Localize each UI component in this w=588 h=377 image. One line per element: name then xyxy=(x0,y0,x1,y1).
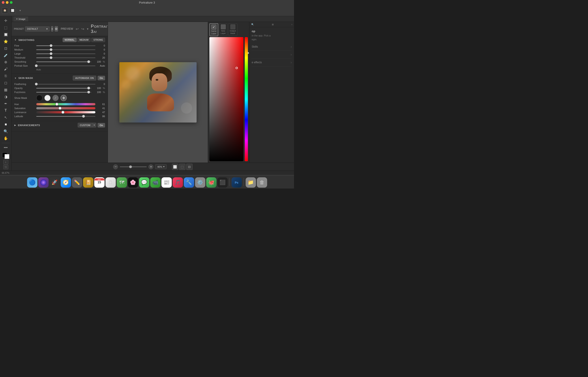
preset-dropdown[interactable]: DEFAULT ▾ xyxy=(25,26,50,32)
color-swatches[interactable] xyxy=(2,152,10,159)
maximize-button[interactable] xyxy=(10,1,13,4)
tool-dodge[interactable]: ◑ xyxy=(2,94,9,100)
dock-appstore[interactable]: 🔧 xyxy=(184,177,194,188)
dock-news[interactable]: 📰 xyxy=(162,177,172,188)
color-gradient-square[interactable] xyxy=(209,37,243,161)
tool-eyedropper[interactable]: 💉 xyxy=(2,52,9,59)
mask-black-icon[interactable] xyxy=(36,95,43,101)
hue-strip[interactable] xyxy=(245,37,248,161)
output-mask-option[interactable]: OutputMask xyxy=(228,23,237,36)
undo-button[interactable]: ↩ xyxy=(75,26,80,32)
skin-mask-on-button[interactable]: On xyxy=(98,76,105,80)
dock-rocket[interactable]: 🚀 xyxy=(50,177,60,188)
dock-photos[interactable]: 🌸 xyxy=(128,177,138,188)
tool-magic-wand[interactable]: ⭐ xyxy=(2,38,9,45)
tool-brush[interactable]: 🖌 xyxy=(2,66,9,72)
tool-text[interactable]: T xyxy=(2,107,9,114)
mask-white-icon[interactable] xyxy=(44,95,50,101)
preview-dropdown[interactable]: ▾ xyxy=(86,27,89,31)
tool-gradient[interactable]: ▦ xyxy=(2,86,9,93)
dock-trash[interactable]: 🗑 xyxy=(257,177,267,188)
tool-more[interactable]: ••• xyxy=(2,144,9,151)
dock-reminders[interactable]: 🗒 xyxy=(105,177,116,188)
dock-facetime[interactable]: 📹 xyxy=(150,177,161,188)
quick-mask-mode[interactable]: ○ xyxy=(3,160,8,164)
tool-eraser[interactable]: ◻ xyxy=(2,80,9,86)
medium-slider[interactable] xyxy=(36,49,95,50)
dock-music[interactable]: 🎵 xyxy=(173,177,183,188)
redo-button[interactable]: ↪ xyxy=(80,26,85,32)
marquee-options[interactable]: ⬜ xyxy=(9,7,16,14)
feathering-slider[interactable] xyxy=(36,84,95,84)
normal-btn[interactable]: NORMAL xyxy=(63,38,76,42)
latitude-slider[interactable] xyxy=(36,116,95,117)
hue-slider[interactable] xyxy=(36,103,95,105)
dock-coda[interactable]: 🐙 xyxy=(206,177,216,188)
home-button[interactable]: 🏠 xyxy=(2,7,8,14)
tool-lasso[interactable]: 🔲 xyxy=(2,31,9,38)
new-layer-option[interactable]: NewLayer xyxy=(219,23,227,36)
mask-gray-icon[interactable]: ∕ xyxy=(52,95,59,101)
tool-shape[interactable]: ◽ xyxy=(2,121,9,128)
zoom-slider[interactable] xyxy=(120,166,147,167)
strong-btn[interactable]: STRONG xyxy=(91,38,105,42)
ps-layout-icon[interactable]: ⊞ xyxy=(272,23,274,26)
custom-dropdown[interactable]: CUSTOM ▾ xyxy=(78,123,96,128)
screen-mode[interactable]: ⬛ xyxy=(3,165,8,169)
split-view-btn[interactable]: ⬚ xyxy=(179,164,185,170)
tool-zoom[interactable]: 🔍 xyxy=(2,128,9,135)
dock-siri[interactable] xyxy=(38,177,49,188)
zoom-dropdown[interactable]: 40% ▾ xyxy=(155,164,166,169)
dock-maps[interactable]: 🗺 xyxy=(117,177,127,188)
dock-messages[interactable]: 💬 xyxy=(139,177,149,188)
color-gradient-area[interactable] xyxy=(209,37,248,161)
learn-link-skills[interactable]: Skills › xyxy=(252,43,292,51)
tool-clone[interactable]: ⎘ xyxy=(2,73,9,79)
large-slider[interactable] xyxy=(36,53,95,54)
dock-sysprefs[interactable]: ⚙️ xyxy=(195,177,205,188)
tool-heal[interactable]: ⊕ xyxy=(2,59,9,66)
mask-cross-icon[interactable]: ✚ xyxy=(61,95,67,101)
fine-slider[interactable] xyxy=(36,45,95,46)
image-tab[interactable]: × Image xyxy=(13,17,28,22)
skin-mask-toggle[interactable]: ▼ xyxy=(14,77,17,79)
tool-crop[interactable]: ⊡ xyxy=(2,45,9,52)
ps-search-icon[interactable]: 🔍 xyxy=(251,23,254,26)
dock-photoshop[interactable]: Ps xyxy=(232,177,242,188)
compare-view-btn[interactable]: ⊟ xyxy=(186,164,193,170)
tool-pen[interactable]: ✒ xyxy=(2,100,9,107)
ps-arrow-icon[interactable]: › xyxy=(291,23,292,26)
tool-marquee[interactable]: ⬚ xyxy=(2,24,9,31)
learn-link-2[interactable]: › xyxy=(252,51,292,59)
smoothing-toggle[interactable]: ▼ xyxy=(14,39,17,41)
dock-pencil[interactable]: ✏️ xyxy=(72,177,82,188)
automask-button[interactable]: AUTOMASK ON xyxy=(73,76,96,81)
dock-calendar[interactable]: MAY 15 xyxy=(94,177,105,188)
dock-safari[interactable]: 🧭 xyxy=(61,177,71,188)
medium-btn[interactable]: MEDIUM xyxy=(77,38,91,42)
dock-folder[interactable]: 📁 xyxy=(246,177,256,188)
learn-link-effects[interactable]: e effects › xyxy=(252,59,292,66)
tool-move[interactable]: ✛ xyxy=(2,17,9,24)
saturation-slider[interactable] xyxy=(36,107,95,109)
luminance-slider[interactable] xyxy=(36,111,95,113)
portrait-size-slider[interactable] xyxy=(36,66,95,66)
tool-path-select[interactable]: ↖ xyxy=(2,114,9,121)
threshold-slider[interactable] xyxy=(36,58,95,58)
settings-button[interactable]: ⚙ xyxy=(55,26,58,32)
zoom-in-button[interactable]: + xyxy=(149,164,153,169)
minimize-button[interactable] xyxy=(6,1,9,4)
dropdown-arrow[interactable]: ▾ xyxy=(17,7,23,14)
single-view-btn[interactable]: ⬜ xyxy=(172,164,178,170)
tab-close[interactable]: × xyxy=(16,17,18,21)
close-button[interactable] xyxy=(2,1,4,4)
custom-dropdown-arrow[interactable]: ▾ xyxy=(92,123,96,127)
dock-finder[interactable]: 🔵 xyxy=(27,177,38,188)
enhancements-toggle[interactable]: ▶ xyxy=(14,124,16,126)
enhancements-on-button[interactable]: On xyxy=(98,123,105,128)
zoom-thumb[interactable] xyxy=(129,165,132,168)
opacity-slider[interactable] xyxy=(36,88,91,89)
same-layer-option[interactable]: ✓ SameLayer xyxy=(209,23,218,36)
add-preset-button[interactable]: + xyxy=(51,26,53,32)
zoom-out-button[interactable]: − xyxy=(113,164,118,169)
